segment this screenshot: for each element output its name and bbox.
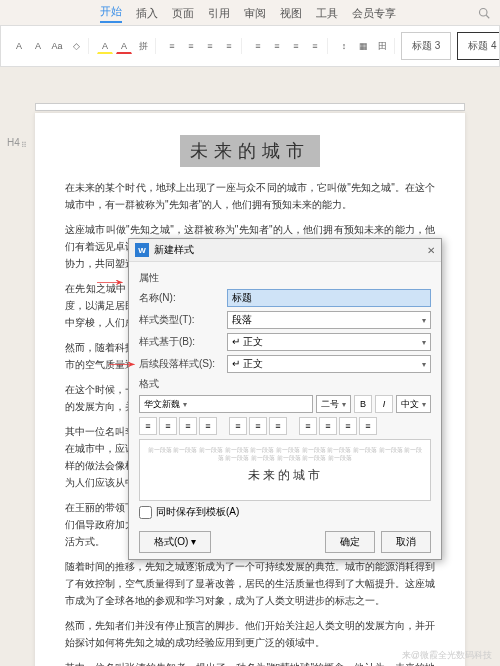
search-icon[interactable] [478,7,490,21]
indent-right-button[interactable]: ≡ [359,417,377,435]
paragraph[interactable]: 随着时间的推移，先知之城逐渐成为了一个可持续发展的典范。城市的能源消耗得到了有效… [65,558,435,609]
checkbox-input[interactable] [139,506,152,519]
shading-btn[interactable]: ▦ [355,38,371,54]
paragraph[interactable]: 然而，先知者们并没有停止预言的脚步。他们开始关注起人类文明的发展方向，并开始探讨… [65,617,435,651]
align-right-button[interactable]: ≡ [179,417,197,435]
section-format: 格式 [139,377,431,391]
ribbon-tabs: 开始 插入 页面 引用 审阅 视图 工具 会员专享 [0,0,500,25]
align-justify-button[interactable]: ≡ [199,417,217,435]
preview-context-text: 前一段落 前一段落 前一段落 前一段落 前一段落 前一段落 前一段落 前一段落 … [146,446,424,463]
styles-gallery: 标题 3 标题 4 标题 5 [399,30,500,62]
paragraph[interactable]: 在未来的某个时代，地球上出现了一座与众不同的城市，它叫做"先知之城"。在这个城市… [65,179,435,213]
bold-button[interactable]: B [354,395,372,413]
tab-view[interactable]: 视图 [280,6,302,21]
highlight-btn[interactable]: A [97,38,113,54]
annotation-arrow-icon: → [88,270,132,293]
ok-button[interactable]: 确定 [325,531,375,553]
bullets-btn[interactable]: ≡ [164,38,180,54]
save-to-template-checkbox[interactable]: 同时保存到模板(A) [139,505,431,519]
style-heading4[interactable]: 标题 4 [457,32,500,60]
indent-inc-button[interactable]: ≡ [319,417,337,435]
align-center-btn[interactable]: ≡ [269,38,285,54]
svg-line-1 [486,15,489,18]
chevron-down-icon: ▾ [422,360,426,369]
style-preview: 前一段落 前一段落 前一段落 前一段落 前一段落 前一段落 前一段落 前一段落 … [139,439,431,501]
name-input[interactable] [227,289,431,307]
follow-label: 后续段落样式(S): [139,357,221,371]
word-icon: W [135,243,149,257]
format-menu-button[interactable]: 格式(O) ▾ [139,531,211,553]
border-btn[interactable]: 田 [374,38,390,54]
annotation-arrow-icon: → [100,352,144,375]
type-select[interactable]: 段落▾ [227,311,431,329]
drag-handle-icon[interactable]: ⠿ [21,141,27,150]
base-label: 样式基于(B): [139,335,221,349]
ruler[interactable] [35,103,465,111]
indent-left-button[interactable]: ≡ [339,417,357,435]
clear-format-btn[interactable]: ◇ [68,38,84,54]
tab-review[interactable]: 审阅 [244,6,266,21]
numbering-btn[interactable]: ≡ [183,38,199,54]
document-title[interactable]: 未来的城市 [180,135,320,167]
chevron-down-icon: ▾ [422,338,426,347]
spacing-loose-button[interactable]: ≡ [269,417,287,435]
tab-ref[interactable]: 引用 [208,6,230,21]
svg-point-0 [480,8,488,16]
font-family-select[interactable]: 华文新魏▾ [139,395,313,413]
chevron-down-icon: ▾ [422,316,426,325]
new-style-dialog: W 新建样式 ✕ 属性 名称(N): 样式类型(T): 段落▾ 样式基于(B):… [128,238,442,560]
indent-btn[interactable]: ≡ [221,38,237,54]
align-center-button[interactable]: ≡ [159,417,177,435]
tab-page[interactable]: 页面 [172,6,194,21]
outline-level-tag: H4 [7,137,20,148]
paragraph[interactable]: 其中一位名叫张涛的先知者，提出了一种名为"智慧地球"的概念。他认为，未来的地球将 [65,659,435,666]
spacing-tight-button[interactable]: ≡ [229,417,247,435]
dialog-title-text: 新建样式 [154,243,194,257]
font-size-btn[interactable]: A [11,38,27,54]
name-label: 名称(N): [139,291,221,305]
dialog-titlebar[interactable]: W 新建样式 ✕ [129,239,441,262]
italic-button[interactable]: I [375,395,393,413]
line-spacing-btn[interactable]: ↕ [336,38,352,54]
align-justify-btn[interactable]: ≡ [307,38,323,54]
cancel-button[interactable]: 取消 [381,531,431,553]
align-left-btn[interactable]: ≡ [250,38,266,54]
font-case-btn[interactable]: Aa [49,38,65,54]
type-label: 样式类型(T): [139,313,221,327]
language-select[interactable]: 中文▾ [396,395,431,413]
font-shrink-btn[interactable]: A [30,38,46,54]
close-icon[interactable]: ✕ [427,245,435,256]
toolbar: A A Aa ◇ A A 拼 ≡ ≡ ≡ ≡ ≡ ≡ ≡ ≡ ↕ ▦ 田 标题 … [0,25,500,67]
tab-tool[interactable]: 工具 [316,6,338,21]
preview-sample-text: 未来的城市 [146,467,424,484]
base-select[interactable]: ↵ 正文▾ [227,333,431,351]
tab-insert[interactable]: 插入 [136,6,158,21]
spacing-normal-button[interactable]: ≡ [249,417,267,435]
outdent-btn[interactable]: ≡ [202,38,218,54]
watermark-text: 来@微霞全光数码科技 [402,649,492,662]
indent-dec-button[interactable]: ≡ [299,417,317,435]
font-color-btn[interactable]: A [116,38,132,54]
font-size-select[interactable]: 二号▾ [316,395,351,413]
tab-member[interactable]: 会员专享 [352,6,396,21]
align-right-btn[interactable]: ≡ [288,38,304,54]
style-heading3[interactable]: 标题 3 [401,32,451,60]
align-left-button[interactable]: ≡ [139,417,157,435]
tab-start[interactable]: 开始 [100,4,122,23]
follow-select[interactable]: ↵ 正文▾ [227,355,431,373]
phonetic-btn[interactable]: 拼 [135,38,151,54]
section-properties: 属性 [139,271,431,285]
